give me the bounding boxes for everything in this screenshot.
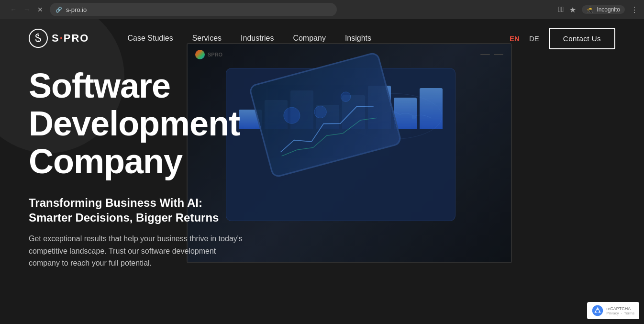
logo-svg	[33, 33, 44, 44]
browser-navigation: ← → ✕	[8, 4, 46, 15]
navbar: S·PRO Case Studies Services Industries C…	[0, 19, 644, 57]
ssl-icon: 🔗	[56, 7, 62, 13]
incognito-label: Incognito	[597, 6, 620, 13]
address-bar[interactable]: 🔗 s-pro.io	[50, 3, 337, 16]
url-text: s-pro.io	[66, 6, 87, 13]
eye-slash-icon[interactable]: 👁̸	[558, 5, 564, 14]
nav-link-services[interactable]: Services	[192, 34, 222, 43]
nav-link-industries[interactable]: Industries	[241, 34, 274, 43]
nav-links: Case Studies Services Industries Company…	[128, 34, 372, 43]
bookmark-icon[interactable]: ★	[569, 5, 576, 14]
browser-chrome: ← → ✕ 🔗 s-pro.io 👁̸ ★ 🥷 Incognito ⋮	[0, 0, 644, 19]
forward-button[interactable]: →	[21, 4, 33, 15]
recaptcha-privacy[interactable]: Privacy	[606, 311, 619, 315]
recaptcha-terms[interactable]: Terms	[624, 311, 634, 315]
recaptcha-logo-svg	[592, 305, 603, 316]
svg-point-10	[596, 310, 599, 313]
back-button[interactable]: ←	[8, 4, 19, 15]
contact-us-button[interactable]: Contact Us	[549, 28, 615, 49]
recaptcha-text: reCAPTCHA Privacy - Terms	[606, 306, 634, 315]
incognito-badge: 🥷 Incognito	[582, 5, 625, 14]
nav-link-case-studies[interactable]: Case Studies	[128, 34, 173, 43]
website-content: SPRO	[0, 19, 644, 324]
nav-link-insights[interactable]: Insights	[345, 34, 371, 43]
lang-de-button[interactable]: DE	[529, 34, 539, 43]
hero-content: Software Development Company Transformin…	[0, 57, 644, 269]
svg-point-8	[38, 41, 39, 42]
nav-link-company[interactable]: Company	[293, 34, 325, 43]
nav-right: EN DE Contact Us	[510, 28, 615, 49]
logo[interactable]: S·PRO	[29, 29, 89, 48]
lang-en-button[interactable]: EN	[510, 34, 520, 43]
hero-description: Get exceptional results that help your b…	[29, 233, 249, 269]
incognito-icon: 🥷	[587, 6, 594, 13]
svg-point-7	[38, 35, 39, 36]
recaptcha-label: reCAPTCHA	[606, 306, 634, 311]
recaptcha-badge: reCAPTCHA Privacy - Terms	[587, 302, 639, 319]
menu-icon[interactable]: ⋮	[631, 5, 638, 14]
hero-subtitle: Transforming Business With AI: Smarter D…	[29, 195, 249, 225]
reload-button[interactable]: ✕	[34, 4, 46, 15]
browser-actions: 👁̸ ★ 🥷 Incognito ⋮	[558, 5, 638, 14]
logo-text: S·PRO	[52, 32, 89, 45]
hero-title: Software Development Company	[29, 67, 268, 181]
logo-icon	[29, 29, 48, 48]
recaptcha-links: Privacy - Terms	[606, 311, 634, 315]
